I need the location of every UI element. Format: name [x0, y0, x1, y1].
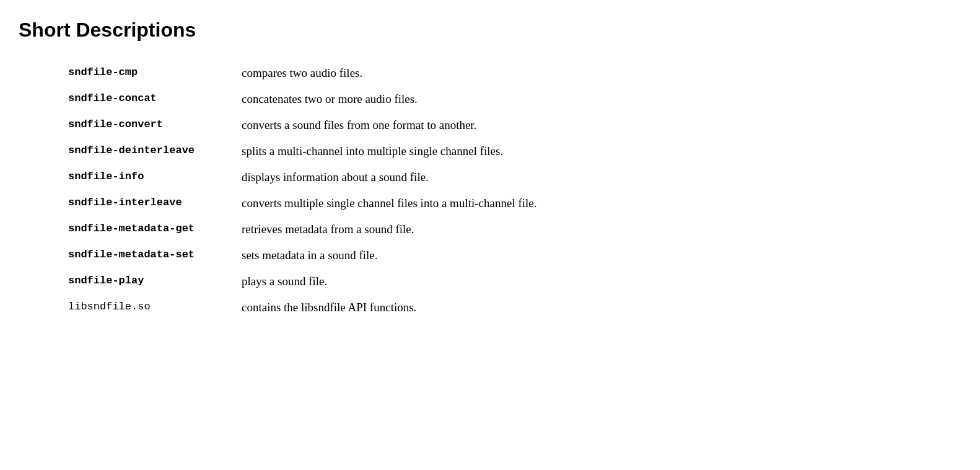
term-cell: sndfile-concat — [19, 86, 229, 112]
description-cell: compares two audio files. — [229, 60, 961, 86]
description-cell: plays a sound file. — [229, 268, 961, 295]
table-row: sndfile-concatconcatenates two or more a… — [19, 86, 961, 112]
term-cell: sndfile-interleave — [19, 190, 229, 216]
term-cell: sndfile-deinterleave — [19, 138, 229, 164]
description-cell: displays information about a sound file. — [229, 164, 961, 190]
description-cell: splits a multi-channel into multiple sin… — [229, 138, 961, 164]
term-cell: sndfile-convert — [19, 112, 229, 138]
term-cell: sndfile-cmp — [19, 60, 229, 86]
table-row: sndfile-metadata-setsets metadata in a s… — [19, 242, 961, 268]
table-row: sndfile-convertconverts a sound files fr… — [19, 112, 961, 138]
description-cell: contains the libsndfile API functions. — [229, 295, 961, 321]
term-cell: libsndfile.so — [19, 295, 229, 321]
term-cell: sndfile-info — [19, 164, 229, 190]
term-cell: sndfile-metadata-get — [19, 216, 229, 242]
description-cell: converts multiple single channel files i… — [229, 190, 961, 216]
description-table: sndfile-cmpcompares two audio files.sndf… — [19, 60, 961, 321]
page-title: Short Descriptions — [19, 19, 961, 42]
table-row: sndfile-interleaveconverts multiple sing… — [19, 190, 961, 216]
table-row: libsndfile.socontains the libsndfile API… — [19, 295, 961, 321]
table-row: sndfile-metadata-getretrieves metadata f… — [19, 216, 961, 242]
table-row: sndfile-playplays a sound file. — [19, 268, 961, 295]
table-row: sndfile-deinterleavesplits a multi-chann… — [19, 138, 961, 164]
description-cell: converts a sound files from one format t… — [229, 112, 961, 138]
term-cell: sndfile-play — [19, 268, 229, 295]
description-cell: concatenates two or more audio files. — [229, 86, 961, 112]
description-cell: retrieves metadata from a sound file. — [229, 216, 961, 242]
table-row: sndfile-cmpcompares two audio files. — [19, 60, 961, 86]
table-row: sndfile-infodisplays information about a… — [19, 164, 961, 190]
description-cell: sets metadata in a sound file. — [229, 242, 961, 268]
term-cell: sndfile-metadata-set — [19, 242, 229, 268]
